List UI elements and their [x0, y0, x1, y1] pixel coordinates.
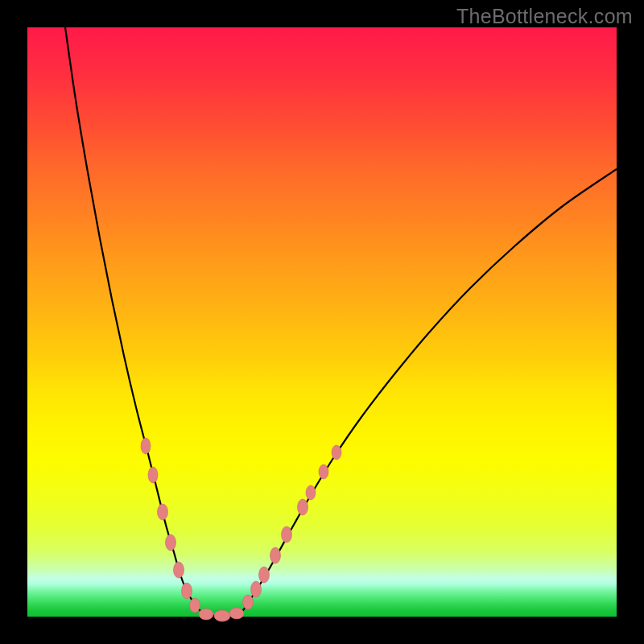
right-marker-2	[251, 581, 262, 597]
valley-marker-2	[214, 610, 230, 621]
left-marker-4	[166, 535, 176, 551]
right-marker-5	[282, 526, 292, 543]
left-marker-7	[141, 438, 151, 454]
curve-svg	[27, 27, 617, 617]
marker-group	[141, 438, 341, 621]
right-marker-6	[298, 499, 308, 515]
right-marker-4	[270, 547, 281, 564]
right-marker-3	[259, 567, 270, 583]
chart-frame: TheBottleneck.com	[0, 0, 644, 644]
valley-marker-3	[229, 608, 244, 619]
right-marker-1	[243, 595, 254, 609]
left-marker-5	[158, 504, 168, 520]
right-marker-7	[306, 485, 316, 500]
right-marker-8	[319, 464, 328, 479]
valley-marker-1	[199, 609, 213, 620]
left-marker-6	[148, 467, 158, 483]
bottleneck-curve	[65, 27, 617, 617]
right-marker-9	[332, 445, 341, 460]
watermark-text: TheBottleneck.com	[456, 5, 633, 28]
curve-group	[65, 27, 617, 617]
plot-area	[27, 27, 617, 617]
left-marker-2	[182, 583, 192, 599]
left-marker-1	[190, 598, 200, 613]
left-marker-3	[174, 562, 184, 578]
